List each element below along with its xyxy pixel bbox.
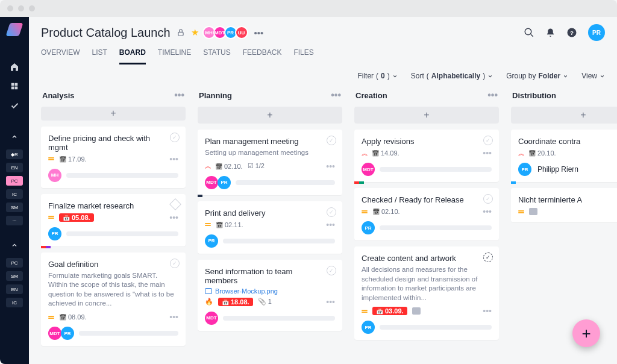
status-icon[interactable]: ✓ — [327, 136, 336, 145]
card-menu-icon[interactable]: ••• — [483, 306, 492, 316]
workspace-chip[interactable]: SM — [6, 271, 23, 281]
workspace-chip[interactable]: IC — [6, 298, 23, 307]
groupby-button[interactable]: Group by Folder — [506, 72, 568, 80]
due-date[interactable]: 17.09. — [59, 155, 87, 163]
assignee-avatar[interactable]: PR — [61, 327, 74, 340]
card-menu-icon[interactable]: ••• — [483, 148, 492, 158]
due-date[interactable]: 02.10. — [372, 208, 400, 215]
chat-icon[interactable] — [412, 307, 421, 315]
filter-button[interactable]: Filter (0) — [357, 72, 397, 80]
status-icon[interactable]: ✓ — [483, 136, 493, 145]
card[interactable]: ✓Define pricing and check with mgmt17.09… — [41, 127, 186, 188]
card-menu-icon[interactable]: ••• — [169, 213, 178, 222]
add-card-button[interactable]: + — [511, 107, 617, 124]
card[interactable]: ✓Send information to team membersBrowser… — [198, 260, 342, 331]
chat-icon[interactable] — [529, 208, 537, 215]
card[interactable]: ✓Goal definitionFormulate marketing goal… — [41, 253, 186, 346]
close-dot[interactable] — [7, 5, 13, 11]
add-card-button[interactable]: + — [198, 107, 342, 124]
due-date[interactable]: 05.08. — [59, 213, 94, 222]
card[interactable]: Finalize market research05.08.•••PR — [41, 194, 186, 246]
workspace-chip[interactable]: ◆R — [6, 149, 23, 159]
assignee-avatar[interactable]: MDT — [48, 327, 61, 340]
assignee-avatar[interactable]: PR — [48, 227, 61, 240]
workspace-chip[interactable]: SM — [6, 202, 23, 212]
card-menu-icon[interactable]: ••• — [326, 297, 335, 307]
due-date[interactable]: 08.09. — [59, 313, 87, 321]
card[interactable]: ✓Plan management meetingSetting up manag… — [198, 130, 342, 195]
search-icon[interactable] — [524, 27, 534, 38]
card-menu-icon[interactable]: ••• — [169, 312, 178, 322]
assignee-avatar[interactable]: MDT — [205, 176, 218, 189]
due-date[interactable]: 20.10. — [528, 149, 556, 157]
status-icon[interactable]: ✓ — [170, 133, 180, 142]
bell-icon[interactable] — [545, 28, 556, 38]
tab-timeline[interactable]: TIMELINE — [158, 48, 191, 64]
tab-feedback[interactable]: FEEDBACK — [243, 48, 282, 64]
attachment-link[interactable]: Browser-Mockup.png — [205, 287, 335, 295]
due-date[interactable]: 14.09. — [372, 149, 399, 157]
check-icon[interactable] — [8, 99, 21, 112]
tab-files[interactable]: FILES — [293, 48, 313, 64]
tab-list[interactable]: LIST — [92, 48, 107, 64]
chevron-up-icon-2[interactable] — [8, 239, 21, 252]
status-icon[interactable]: ✓ — [170, 259, 180, 268]
due-date[interactable]: 18.08. — [218, 298, 253, 306]
assignee-avatar[interactable]: MH — [48, 169, 61, 182]
maximize-dot[interactable] — [29, 5, 35, 11]
column-menu-icon[interactable]: ••• — [174, 90, 184, 101]
workspace-chip[interactable]: EN — [6, 163, 23, 172]
sort-button[interactable]: Sort (Alphabetically) — [411, 72, 493, 80]
due-date[interactable]: 02.10. — [215, 163, 243, 170]
tab-status[interactable]: STATUS — [203, 48, 231, 64]
status-icon[interactable]: ✓ — [327, 266, 336, 275]
card-menu-icon[interactable]: ••• — [326, 220, 335, 230]
member-avatar[interactable]: UU — [235, 26, 248, 39]
chevron-up-icon[interactable] — [8, 130, 21, 143]
column-menu-icon[interactable]: ••• — [487, 90, 498, 101]
view-button[interactable]: View — [581, 72, 605, 80]
assignee-avatar[interactable]: PR — [362, 221, 375, 234]
user-avatar[interactable]: PR — [588, 24, 605, 41]
assignee-avatar[interactable]: PR — [205, 234, 218, 248]
card[interactable]: ✓Nicht terminierte A••• — [511, 188, 617, 222]
workspace-chip[interactable]: PC — [6, 176, 23, 186]
tab-overview[interactable]: OVERVIEW — [41, 48, 80, 64]
star-icon[interactable]: ★ — [191, 27, 199, 38]
card[interactable]: ✓Apply revisions︽14.09.•••MDT — [354, 130, 499, 182]
assignee-avatar[interactable]: MDT — [362, 163, 375, 176]
status-icon[interactable]: ✓ — [327, 207, 336, 217]
card[interactable]: ✓Checked / Ready for Release02.10.•••PR — [354, 188, 499, 240]
card[interactable]: ✓Coordinate contra︽20.10.•••PRPhilipp Ri… — [511, 130, 617, 182]
dashboard-icon[interactable] — [8, 80, 21, 93]
due-date[interactable]: 02.11. — [216, 221, 243, 228]
help-icon[interactable]: ? — [566, 27, 577, 38]
project-members[interactable]: MHMDTPRUU — [205, 26, 248, 39]
add-card-button[interactable]: + — [354, 107, 499, 124]
card-menu-icon[interactable]: ••• — [483, 207, 492, 216]
add-card-button[interactable]: + — [41, 107, 186, 121]
due-date[interactable]: 03.09. — [372, 307, 407, 315]
more-icon[interactable]: ••• — [254, 28, 264, 38]
column-menu-icon[interactable]: ••• — [331, 90, 341, 101]
assignee-avatar[interactable]: PR — [218, 176, 231, 189]
assignee-avatar[interactable]: PR — [362, 321, 375, 334]
workspace-chip[interactable]: EN — [6, 284, 23, 294]
add-fab[interactable]: + — [572, 319, 600, 347]
status-done-icon[interactable]: ✓ — [483, 253, 493, 262]
tab-board[interactable]: BOARD — [119, 48, 146, 64]
workspace-chip[interactable]: IC — [6, 189, 23, 199]
card-menu-icon[interactable]: ••• — [326, 162, 335, 171]
workspace-chip[interactable]: PC — [6, 258, 23, 268]
status-icon[interactable]: ✓ — [483, 194, 493, 204]
card-menu-icon[interactable]: ••• — [169, 154, 178, 164]
card[interactable]: ✓Print and delivery02.11.•••PR — [198, 201, 342, 254]
minimize-dot[interactable] — [18, 5, 24, 11]
workspace-chip[interactable]: ··· — [6, 216, 23, 225]
lock-icon[interactable] — [177, 28, 185, 37]
assignee-avatar[interactable]: MDT — [205, 312, 218, 325]
app-logo[interactable] — [5, 23, 23, 36]
assignee-avatar[interactable]: PR — [518, 163, 531, 176]
home-icon[interactable] — [8, 60, 21, 74]
card[interactable]: ✓Create content and artworkAll decisions… — [354, 246, 499, 340]
